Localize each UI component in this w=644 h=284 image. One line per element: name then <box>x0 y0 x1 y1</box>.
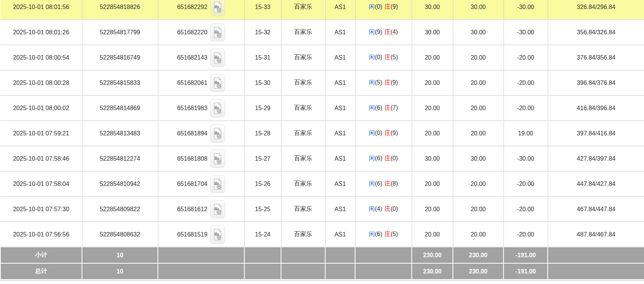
game-number: 651681983 <box>177 105 207 111</box>
order-id-cell: 522854815833 <box>82 70 158 95</box>
banker-result-label: 庄 <box>385 155 391 161</box>
video-playback-button[interactable] <box>210 23 225 41</box>
bet-time-cell: 2025-10-01 08:00:28 <box>0 70 82 95</box>
video-file-icon <box>213 102 222 114</box>
player-result-score: (6) <box>375 104 382 111</box>
bet-time-cell: 2025-10-01 07:58:04 <box>0 171 82 196</box>
game-type-cell: 百家乐 <box>281 146 325 171</box>
banker-result-score: (4) <box>391 29 398 35</box>
video-file-icon <box>213 178 222 190</box>
video-file-icon <box>213 127 222 140</box>
game-number: 651681894 <box>177 130 207 137</box>
video-playback-button[interactable] <box>210 74 225 92</box>
player-result-label: 闲 <box>369 155 375 161</box>
order-id-cell: 522854810942 <box>82 171 158 196</box>
player-result-score: (9) <box>375 29 382 35</box>
bet-amount-cell: 30.00 <box>412 20 453 45</box>
summary-win-loss-cell: -191.00 <box>503 247 548 263</box>
summary-empty-cell <box>548 247 644 263</box>
player-result-label: 闲 <box>369 79 375 86</box>
banker-result-score: (0) <box>391 206 398 212</box>
game-id-cell: 651681519 <box>158 222 244 247</box>
summary-empty-cell <box>355 247 412 263</box>
summary-win-loss-cell: -191.00 <box>503 263 548 279</box>
balance-cell: 376.84/356.84 <box>548 45 644 70</box>
bet-amount-cell: 20.00 <box>412 45 453 70</box>
video-playback-button[interactable] <box>210 226 225 244</box>
banker-result-score: (7) <box>391 104 398 111</box>
game-type-cell: 百家乐 <box>281 222 325 247</box>
video-playback-button[interactable] <box>210 124 225 143</box>
win-loss-cell: -20.00 <box>503 196 548 222</box>
game-number: 651682220 <box>177 29 207 35</box>
player-result-label: 闲 <box>369 206 375 212</box>
player-result-label: 闲 <box>369 231 375 237</box>
summary-empty-cell <box>355 263 412 279</box>
result-cell: 闲(0)庄(9) <box>355 0 412 20</box>
table-row: 2025-10-01 07:58:46 522854812274 6516818… <box>0 146 644 171</box>
round-cell: 15-25 <box>244 196 281 222</box>
summary-empty-cell <box>158 263 244 279</box>
game-number: 651681612 <box>177 206 207 212</box>
summary-empty-cell <box>158 247 244 263</box>
round-cell: 15-32 <box>244 20 281 45</box>
order-id-cell: 522854813483 <box>82 121 158 146</box>
player-result-label: 闲 <box>369 180 375 187</box>
table-row: 2025-10-01 07:57:30 522854809822 6516816… <box>0 196 644 222</box>
round-cell: 15-29 <box>244 95 281 121</box>
game-id-cell: 651681612 <box>158 196 244 222</box>
bet-time-cell: 2025-10-01 08:01:56 <box>0 0 82 20</box>
table-code-cell: AS1 <box>325 45 355 70</box>
bet-time-cell: 2025-10-01 08:01:26 <box>0 20 82 45</box>
game-type-cell: 百家乐 <box>281 45 325 70</box>
game-id-cell: 651681704 <box>158 171 244 196</box>
summary-row: 总计 10 230.00 230.00 -191.00 <box>0 263 644 279</box>
video-playback-button[interactable] <box>210 49 225 67</box>
table-code-cell: AS1 <box>325 196 355 222</box>
order-id-cell: 522854812274 <box>82 146 158 171</box>
player-result-label: 闲 <box>369 54 375 60</box>
banker-result-score: (0) <box>391 155 398 161</box>
table-code-cell: AS1 <box>325 95 355 121</box>
banker-result-score: (8) <box>391 180 398 187</box>
game-type-cell: 百家乐 <box>281 196 325 222</box>
bet-amount-cell: 20.00 <box>412 121 453 146</box>
player-result-label: 闲 <box>369 29 375 35</box>
summary-bet-total-cell: 230.00 <box>412 247 453 263</box>
balance-cell: 397.84/416.84 <box>548 121 644 146</box>
table-bottom-divider <box>0 280 644 281</box>
table-row: 2025-10-01 08:00:54 522854816749 6516821… <box>0 45 644 70</box>
video-playback-button[interactable] <box>210 200 225 218</box>
banker-result-label: 庄 <box>385 54 391 60</box>
summary-empty-cell <box>325 247 355 263</box>
result-cell: 闲(6)庄(8) <box>355 171 412 196</box>
summary-count-cell: 10 <box>82 263 158 279</box>
table-row: 2025-10-01 07:58:04 522854810942 6516817… <box>0 171 644 196</box>
player-result-score: (6) <box>375 155 382 161</box>
video-playback-button[interactable] <box>210 0 225 16</box>
valid-bet-cell: 20.00 <box>453 196 503 222</box>
valid-bet-cell: 30.00 <box>453 146 503 171</box>
round-cell: 15-33 <box>244 0 281 20</box>
banker-result-score: (9) <box>391 3 398 10</box>
game-type-cell: 百家乐 <box>281 121 325 146</box>
bet-time-cell: 2025-10-01 08:00:54 <box>0 45 82 70</box>
video-playback-button[interactable] <box>210 150 225 168</box>
summary-empty-cell <box>325 263 355 279</box>
game-id-cell: 651681808 <box>158 146 244 171</box>
round-cell: 15-28 <box>244 121 281 146</box>
game-number: 651682061 <box>177 80 207 86</box>
table-code-cell: AS1 <box>325 171 355 196</box>
banker-result-score: (9) <box>391 130 398 136</box>
bet-amount-cell: 20.00 <box>412 95 453 121</box>
bet-amount-cell: 30.00 <box>412 0 453 20</box>
player-result-score: (0) <box>375 130 382 136</box>
video-playback-button[interactable] <box>210 99 225 117</box>
video-file-icon <box>213 77 222 89</box>
bet-amount-cell: 20.00 <box>412 222 453 247</box>
video-playback-button[interactable] <box>210 175 225 193</box>
order-id-cell: 522854816749 <box>82 45 158 70</box>
banker-result-label: 庄 <box>385 29 391 35</box>
balance-cell: 396.84/376.84 <box>548 70 644 95</box>
bet-time-cell: 2025-10-01 07:56:56 <box>0 222 82 247</box>
